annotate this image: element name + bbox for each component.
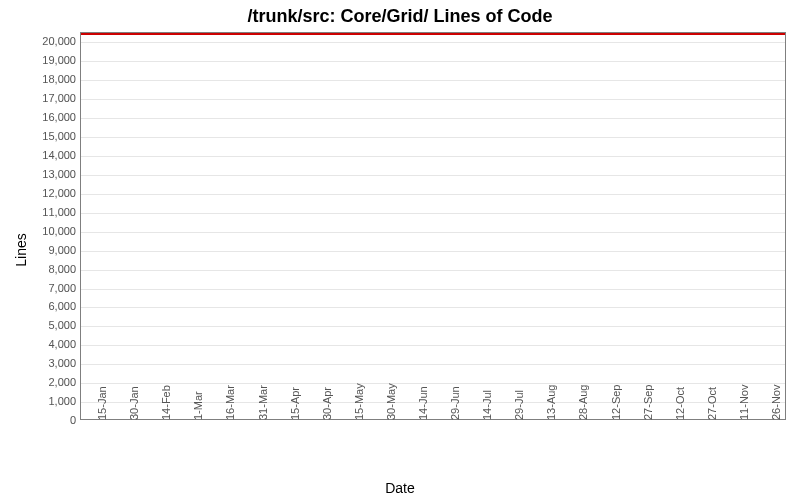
gridline [81,289,785,290]
gridline [81,364,785,365]
x-tick-label: 15-Jan [96,386,108,420]
gridline [81,61,785,62]
y-tick-label: 18,000 [16,73,76,85]
x-tick-label: 27-Oct [706,387,718,420]
gridline [81,194,785,195]
y-tick-label: 20,000 [16,35,76,47]
y-tick-label: 16,000 [16,111,76,123]
gridline [81,80,785,81]
gridline [81,42,785,43]
gridline [81,99,785,100]
x-axis-label: Date [0,480,800,496]
x-tick-label: 12-Oct [674,387,686,420]
chart-title: /trunk/src: Core/Grid/ Lines of Code [0,6,800,27]
x-tick-label: 14-Jul [481,390,493,420]
y-tick-label: 12,000 [16,187,76,199]
y-tick-label: 7,000 [16,282,76,294]
gridline [81,326,785,327]
x-tick-label: 1-Mar [192,391,204,420]
x-tick-label: 15-Apr [289,387,301,420]
gridline [81,118,785,119]
y-tick-label: 13,000 [16,168,76,180]
gridline [81,307,785,308]
gridline [81,232,785,233]
gridline [81,251,785,252]
x-tick-label: 14-Feb [160,385,172,420]
y-tick-label: 0 [16,414,76,426]
y-tick-label: 14,000 [16,149,76,161]
x-tick-label: 13-Aug [545,385,557,420]
series-line [81,33,785,35]
y-tick-label: 6,000 [16,300,76,312]
y-tick-label: 15,000 [16,130,76,142]
x-tick-label: 26-Nov [770,385,782,420]
y-tick-label: 3,000 [16,357,76,369]
x-tick-label: 12-Sep [610,385,622,420]
x-tick-label: 14-Jun [417,386,429,420]
x-tick-label: 30-May [385,383,397,420]
gridline [81,383,785,384]
gridline [81,156,785,157]
gridline [81,137,785,138]
loc-chart: /trunk/src: Core/Grid/ Lines of Code Lin… [0,0,800,500]
x-tick-label: 30-Apr [321,387,333,420]
y-tick-label: 8,000 [16,263,76,275]
x-tick-label: 11-Nov [738,385,750,420]
gridline [81,175,785,176]
y-tick-label: 1,000 [16,395,76,407]
y-tick-label: 19,000 [16,54,76,66]
y-tick-label: 5,000 [16,319,76,331]
y-tick-label: 4,000 [16,338,76,350]
y-tick-label: 2,000 [16,376,76,388]
y-tick-label: 11,000 [16,206,76,218]
x-tick-label: 15-May [353,383,365,420]
y-tick-label: 17,000 [16,92,76,104]
y-tick-label: 9,000 [16,244,76,256]
x-tick-label: 16-Mar [224,385,236,420]
y-tick-label: 10,000 [16,225,76,237]
plot-area [80,32,786,420]
x-tick-label: 30-Jan [128,386,140,420]
gridline [81,345,785,346]
x-tick-label: 28-Aug [577,385,589,420]
x-tick-label: 27-Sep [642,385,654,420]
x-tick-label: 29-Jun [449,386,461,420]
gridline [81,213,785,214]
x-tick-label: 31-Mar [257,385,269,420]
gridline [81,270,785,271]
x-tick-label: 29-Jul [513,390,525,420]
